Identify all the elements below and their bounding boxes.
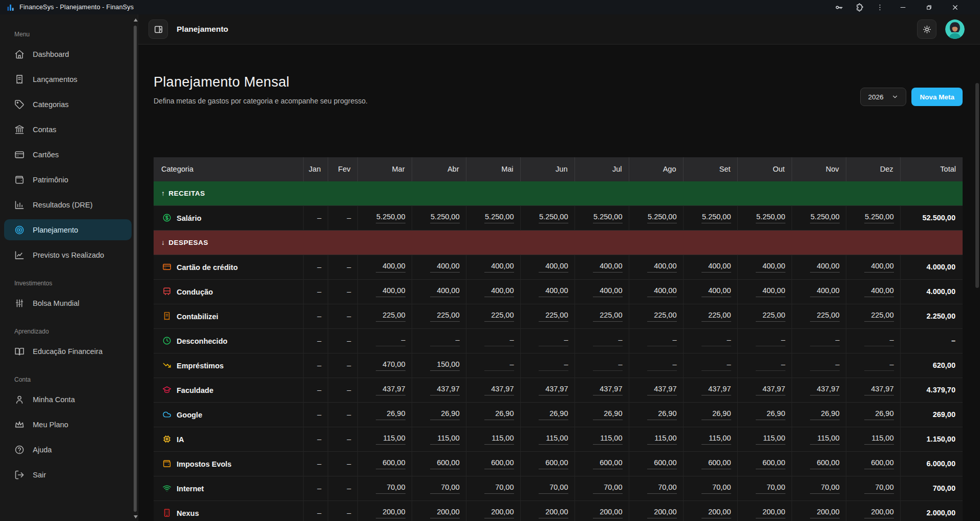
main-scrollbar[interactable]	[975, 16, 979, 519]
month-cell[interactable]: –	[846, 353, 900, 378]
month-cell[interactable]: 400,00	[574, 279, 629, 304]
month-cell[interactable]: 115,00	[846, 427, 900, 451]
month-cell[interactable]: 26,90	[412, 402, 466, 427]
month-cell[interactable]: 5.250,00	[737, 205, 792, 230]
month-cell[interactable]: 400,00	[629, 279, 683, 304]
month-cell[interactable]: 200,00	[466, 501, 520, 521]
month-cell[interactable]: 70,00	[683, 476, 737, 501]
month-cell[interactable]: 70,00	[574, 476, 629, 501]
month-cell[interactable]: 5.250,00	[520, 205, 574, 230]
month-cell[interactable]: 400,00	[846, 255, 900, 279]
month-cell[interactable]: 26,90	[357, 402, 412, 427]
month-cell[interactable]: 200,00	[357, 501, 412, 521]
month-cell[interactable]: 5.250,00	[412, 205, 466, 230]
month-cell[interactable]: 70,00	[629, 476, 683, 501]
sidebar-item-contas[interactable]: Contas	[4, 119, 132, 140]
sidebar-item-dashboard[interactable]: Dashboard	[4, 44, 132, 65]
month-cell[interactable]: 200,00	[520, 501, 574, 521]
sidebar-item-lancamentos[interactable]: Lançamentos	[4, 69, 132, 90]
month-cell[interactable]: 70,00	[520, 476, 574, 501]
month-cell[interactable]: 200,00	[737, 501, 792, 521]
sidebar-item-cartoes[interactable]: Cartões	[4, 144, 132, 165]
month-cell[interactable]: 225,00	[412, 304, 466, 328]
month-cell[interactable]: 26,90	[520, 402, 574, 427]
sidebar-item-resultados-dre[interactable]: Resultados (DRE)	[4, 194, 132, 215]
month-cell[interactable]: 400,00	[683, 255, 737, 279]
month-cell[interactable]: 70,00	[412, 476, 466, 501]
month-cell[interactable]: 437,97	[574, 378, 629, 402]
scroll-up-arrow-icon[interactable]	[134, 18, 138, 22]
month-cell[interactable]: 225,00	[357, 304, 412, 328]
month-cell[interactable]: 115,00	[737, 427, 792, 451]
month-cell[interactable]: 200,00	[574, 501, 629, 521]
month-cell[interactable]: –	[737, 328, 792, 353]
month-cell[interactable]: 5.250,00	[792, 205, 846, 230]
month-cell[interactable]: 400,00	[520, 279, 574, 304]
month-cell[interactable]: 400,00	[792, 279, 846, 304]
month-cell[interactable]: 150,00	[412, 353, 466, 378]
month-cell[interactable]: 225,00	[574, 304, 629, 328]
sidebar-item-meu-plano[interactable]: Meu Plano	[4, 414, 132, 435]
sidebar-item-patrimonio[interactable]: Patrimônio	[4, 169, 132, 190]
month-cell[interactable]: –	[683, 353, 737, 378]
month-cell[interactable]: 70,00	[846, 476, 900, 501]
month-cell[interactable]: 600,00	[412, 451, 466, 476]
month-cell[interactable]: 70,00	[792, 476, 846, 501]
titlebar-extensions-button[interactable]	[850, 1, 868, 14]
month-cell[interactable]: 26,90	[629, 402, 683, 427]
month-cell[interactable]: 437,97	[737, 378, 792, 402]
year-select[interactable]: 2026	[860, 88, 906, 106]
month-cell[interactable]: 437,97	[792, 378, 846, 402]
month-cell[interactable]: 400,00	[737, 279, 792, 304]
month-cell[interactable]: –	[683, 328, 737, 353]
month-cell[interactable]: 600,00	[357, 451, 412, 476]
month-cell[interactable]: 470,00	[357, 353, 412, 378]
month-cell[interactable]: 400,00	[792, 255, 846, 279]
new-goal-button[interactable]: Nova Meta	[911, 88, 963, 106]
titlebar-minimize-button[interactable]	[891, 1, 914, 14]
month-cell[interactable]: –	[520, 353, 574, 378]
month-cell[interactable]: 600,00	[574, 451, 629, 476]
titlebar-restore-button[interactable]	[918, 1, 941, 14]
month-cell[interactable]: 400,00	[520, 255, 574, 279]
month-cell[interactable]: 5.250,00	[357, 205, 412, 230]
month-cell[interactable]: 225,00	[466, 304, 520, 328]
month-cell[interactable]: 115,00	[683, 427, 737, 451]
month-cell[interactable]: 600,00	[683, 451, 737, 476]
month-cell[interactable]: 437,97	[629, 378, 683, 402]
month-cell[interactable]: –	[520, 328, 574, 353]
month-cell[interactable]: 400,00	[737, 255, 792, 279]
month-cell[interactable]: 115,00	[629, 427, 683, 451]
titlebar-password-key-button[interactable]	[830, 1, 847, 14]
month-cell[interactable]: 600,00	[737, 451, 792, 476]
month-cell[interactable]: 26,90	[846, 402, 900, 427]
main-scrollbar-thumb[interactable]	[975, 83, 979, 288]
sidebar-item-ajuda[interactable]: Ajuda	[4, 439, 132, 460]
month-cell[interactable]: 5.250,00	[466, 205, 520, 230]
month-cell[interactable]: 400,00	[846, 279, 900, 304]
month-cell[interactable]: 437,97	[412, 378, 466, 402]
month-cell[interactable]: 200,00	[412, 501, 466, 521]
month-cell[interactable]: 115,00	[412, 427, 466, 451]
month-cell[interactable]: 600,00	[846, 451, 900, 476]
month-cell[interactable]: 400,00	[683, 279, 737, 304]
month-cell[interactable]: 400,00	[574, 255, 629, 279]
month-cell[interactable]: 225,00	[520, 304, 574, 328]
titlebar-browser-menu-button[interactable]	[871, 1, 888, 14]
sidebar-scrollbar-thumb[interactable]	[134, 26, 137, 512]
month-cell[interactable]: –	[737, 353, 792, 378]
sidebar-toggle-button[interactable]	[148, 19, 168, 39]
month-cell[interactable]: 400,00	[466, 279, 520, 304]
month-cell[interactable]: 26,90	[737, 402, 792, 427]
month-cell[interactable]: 400,00	[412, 279, 466, 304]
month-cell[interactable]: 600,00	[466, 451, 520, 476]
sidebar-item-bolsa-mundial[interactable]: Bolsa Mundial	[4, 293, 132, 314]
month-cell[interactable]: 225,00	[792, 304, 846, 328]
month-cell[interactable]: 5.250,00	[629, 205, 683, 230]
month-cell[interactable]: 115,00	[574, 427, 629, 451]
month-cell[interactable]: 5.250,00	[846, 205, 900, 230]
month-cell[interactable]: –	[846, 328, 900, 353]
month-cell[interactable]: 70,00	[357, 476, 412, 501]
month-cell[interactable]: 200,00	[846, 501, 900, 521]
month-cell[interactable]: 437,97	[683, 378, 737, 402]
